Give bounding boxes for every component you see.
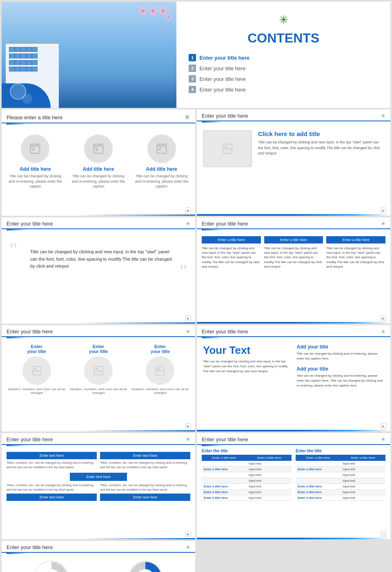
contents-item-1[interactable]: 1 Enter your title here (189, 54, 378, 61)
contents-item-3[interactable]: 3 Enter your title here (189, 75, 378, 83)
et-btn-1[interactable]: Enter text here (7, 452, 97, 459)
table-row: Input text (202, 461, 292, 467)
slide-nav-3[interactable]: ▶ (381, 208, 386, 213)
td2-1 (296, 461, 341, 467)
table-half-2: Enter the title Enter a title here Enter… (296, 449, 385, 501)
pie-chart-1: input writing Enter text (33, 560, 70, 572)
slide-nav-9[interactable]: 11 (381, 531, 386, 537)
td2-7: Input text (341, 478, 385, 484)
et-btn-3[interactable]: Enter text here (7, 494, 97, 501)
slide-nav-5[interactable]: ▶ (381, 315, 386, 321)
circle-img-3 (146, 356, 174, 385)
slide-nav-6[interactable]: ▶ (185, 423, 191, 429)
slide-three-cols: Enter your title here ✳ Enter a title he… (197, 217, 390, 324)
image-text-desc: Title can be changed by clicking and new… (258, 140, 384, 156)
th2-col2: Enter a title here (341, 455, 385, 461)
col-card-2: Enter a title here Title can be changed … (264, 236, 323, 269)
slide-nav-2[interactable]: ▶ (185, 208, 191, 213)
et-cell-3: Enter text here (7, 494, 97, 503)
slide-quote-deco: ✳ (186, 221, 190, 227)
cover-snowflake: ✳ (189, 13, 378, 27)
circle-item-2: Enter your title Headers, numbers, and m… (67, 344, 129, 395)
table-row: Enter a title here Input text (296, 467, 385, 472)
slide-nav-8[interactable]: ▶ (185, 531, 191, 537)
yt-sub1-desc: Title can be changed by clicking and re-… (297, 351, 385, 361)
td-2: Input text (247, 461, 292, 467)
contents-item-4[interactable]: 4 Enter your title here (189, 86, 378, 93)
slide-pie-title: Enter your title here (7, 544, 53, 550)
slide-yt-title: Enter your title here (202, 328, 248, 335)
td2-2: Input text (341, 461, 385, 467)
slide-tables-titlebar: Enter your title here ✳ (197, 433, 390, 445)
image-placeholder (203, 130, 252, 167)
circle-title-2: Enter your title (89, 344, 108, 354)
col-card-3: Enter a title here Title can be changed … (326, 236, 385, 269)
slide-image-text-title: Enter your title here (202, 113, 248, 119)
th2-col1: Enter a title here (296, 455, 341, 461)
svg-point-3 (96, 149, 98, 150)
slide-three-cols-deco: ✳ (381, 221, 385, 227)
col-header-3: Enter a title here (326, 236, 385, 244)
td2-l2: Enter a title here (296, 484, 341, 489)
icon-circle-2 (84, 134, 113, 163)
circle-img-1 (22, 356, 51, 385)
three-cols-content: Enter a title here Title can be changed … (197, 232, 390, 273)
td2-3: Input text (341, 467, 385, 472)
td-9: Input text (247, 489, 292, 495)
slide-circles-title: Enter your title here (7, 328, 53, 335)
td-10: Input text (247, 495, 292, 501)
svg-point-1 (33, 149, 34, 150)
yt-right: Add your title Title can be changed by c… (297, 344, 385, 393)
slide-yt-deco: ✳ (381, 328, 385, 335)
circle-item-1: Enter your title Headers, numbers, and m… (6, 344, 67, 395)
slide-nav-7[interactable]: ▶ (381, 423, 386, 429)
et-btn-4[interactable]: Enter text here (100, 494, 190, 501)
table-title-1: Enter the title (202, 449, 292, 453)
slide-quote-titlebar: Enter your title here ✳ (2, 217, 195, 229)
slide-pie-titlebar: Enter your title here ✳ (2, 541, 195, 553)
icon-circle-3 (147, 134, 176, 163)
td-l3: Enter a title here (202, 489, 247, 495)
icon-card-1: Add title here Title can be changed by c… (6, 134, 65, 189)
et-cell-1: Enter text here Titles, numbers, etc. ca… (7, 452, 97, 469)
et-btn-center[interactable]: Enter text here (70, 473, 127, 481)
item-text-1: Enter your title here (199, 55, 249, 61)
slide-nav-4[interactable]: ▶ (185, 315, 191, 321)
pie-row: input writing Enter text Add title here … (2, 556, 195, 572)
td-7: Input text (247, 478, 292, 484)
num-badge-3: 3 (189, 75, 196, 83)
cover-title: CONTENTS (189, 31, 378, 46)
num-badge-2: 2 (189, 65, 196, 72)
slide-tables: Enter your title here ✳ Enter the title … (197, 433, 390, 539)
table-row: Enter a title here Input text (296, 489, 385, 495)
icon-card-3: Add title here Title can be changed by c… (132, 134, 191, 189)
pie-chart-2: input writing Enter text (127, 560, 164, 572)
quote-open-mark: " (10, 240, 17, 261)
table-row: Enter a title here Input text (296, 495, 385, 501)
svg-point-9 (34, 368, 36, 370)
td2-8: Input text (341, 484, 385, 489)
td2-6 (296, 478, 341, 484)
th-col2: Enter a title here (247, 455, 292, 461)
image-text-content: Click here to add title Title can be cha… (197, 124, 390, 171)
slide-image-text-deco: ✳ (381, 113, 385, 119)
circle-title-1: Enter your title (27, 344, 46, 354)
td2-l1: Enter a title here (296, 467, 341, 472)
item-text-3: Enter your title here (199, 76, 245, 82)
item-text-4: Enter your title here (199, 87, 245, 93)
icon-card-title-1: Add title here (20, 166, 51, 172)
et-desc-4: Titles, numbers, etc. can be changed by … (100, 483, 190, 492)
yt-sub2-desc: Title can be changed by clicking and re-… (297, 373, 385, 388)
slide-tables-title: Enter your title here (202, 436, 248, 442)
two-tables: Enter the title Enter a title here Enter… (197, 447, 390, 503)
td-5: Input text (247, 472, 292, 478)
slide-enter-text: Enter your title here ✳ Enter text here … (2, 433, 195, 539)
item-text-2: Enter your title here (199, 65, 245, 72)
contents-item-2[interactable]: 2 Enter your title here (189, 65, 378, 72)
th-col1: Enter a title here (202, 455, 247, 461)
slide-et-deco: ✳ (186, 436, 190, 442)
col-body-3: Title can be changed by clicking and new… (326, 246, 385, 269)
td2-10: Input text (341, 495, 385, 501)
et-btn-2[interactable]: Enter text here (100, 452, 190, 459)
slide-circles-deco: ✳ (186, 328, 190, 335)
